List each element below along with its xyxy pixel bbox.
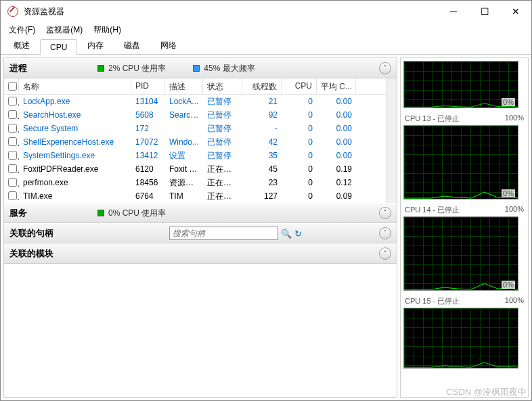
- search-icon[interactable]: 🔍: [281, 229, 292, 239]
- col-avg[interactable]: 平均 C...: [317, 78, 356, 94]
- section-title: 服务: [9, 207, 97, 219]
- services-header[interactable]: 服务 0% CPU 使用率 ˇ: [4, 203, 397, 223]
- cell-status: 已暂停: [203, 150, 242, 162]
- cell-threads: 92: [242, 110, 282, 120]
- minimize-button[interactable]: ─: [438, 1, 469, 22]
- empty-area: [4, 264, 397, 397]
- row-checkbox[interactable]: [8, 97, 17, 105]
- menu-help[interactable]: 帮助(H): [89, 23, 125, 37]
- right-panel: 0% CPU 13 - 已停止100% 0% CPU 14 - 已停止100% …: [400, 57, 529, 398]
- col-pid[interactable]: PID: [131, 78, 165, 94]
- cell-desc: TIM: [165, 191, 203, 201]
- close-button[interactable]: ✕: [500, 1, 531, 22]
- section-title: 进程: [9, 62, 97, 74]
- graph-label: CPU 14 - 已停止: [405, 205, 460, 215]
- cell-desc: 资源和...: [165, 177, 203, 189]
- row-checkbox[interactable]: [8, 178, 17, 187]
- handles-header[interactable]: 关联的句柄 🔍 ↻ ˇ: [4, 223, 397, 243]
- graph-pct: 0%: [502, 281, 515, 289]
- col-name[interactable]: 名称: [19, 78, 131, 94]
- col-threads[interactable]: 线程数: [242, 78, 282, 94]
- processes-header[interactable]: 进程 2% CPU 使用率 45% 最大频率 ˆ: [4, 58, 397, 78]
- graph-max: 100%: [505, 296, 524, 306]
- cell-name: TIM.exe: [19, 191, 131, 201]
- expand-icon[interactable]: ˇ: [379, 247, 391, 260]
- cell-threads: 45: [242, 164, 282, 174]
- row-checkbox[interactable]: [8, 191, 17, 200]
- table-row[interactable]: SystemSettings.exe 13412 设置 已暂停 35 0 0.0…: [4, 149, 386, 162]
- cell-name: SearchHost.exe: [19, 110, 131, 120]
- graph-canvas: 0%: [403, 125, 518, 199]
- row-checkbox[interactable]: [8, 137, 17, 146]
- cell-desc: 设置: [165, 150, 203, 162]
- cell-avg: 0.12: [317, 178, 356, 187]
- table-row[interactable]: SearchHost.exe 5608 Search... 已暂停 92 0 0…: [4, 108, 386, 122]
- cell-avg: 0.00: [317, 137, 356, 147]
- col-status[interactable]: 状态: [203, 78, 242, 94]
- cell-cpu: 0: [282, 151, 317, 160]
- select-all-checkbox[interactable]: [8, 82, 17, 91]
- cell-name: Secure System: [19, 124, 131, 133]
- cell-desc: Windo...: [165, 137, 203, 147]
- cpu-usage-icon: [97, 210, 104, 216]
- cell-threads: 23: [242, 178, 282, 187]
- col-cpu[interactable]: CPU: [282, 78, 317, 94]
- row-checkbox[interactable]: [8, 124, 17, 133]
- table-row[interactable]: ShellExperienceHost.exe 17072 Windo... 已…: [4, 135, 386, 149]
- tab-network[interactable]: 网络: [150, 37, 187, 54]
- table-row[interactable]: Secure System 172 已暂停 - 0 0.00: [4, 122, 386, 135]
- tab-memory[interactable]: 内存: [77, 37, 114, 54]
- cell-name: ShellExperienceHost.exe: [19, 137, 131, 147]
- tab-cpu[interactable]: CPU: [40, 39, 77, 55]
- max-freq-text: 45% 最大频率: [204, 63, 254, 74]
- cell-name: perfmon.exe: [19, 178, 131, 187]
- expand-icon[interactable]: ˇ: [379, 207, 391, 219]
- graph-canvas: 0%: [403, 61, 518, 108]
- cell-status: 正在运行: [203, 164, 242, 175]
- cell-status: 已暂停: [203, 110, 242, 121]
- row-checkbox[interactable]: [8, 164, 17, 173]
- row-checkbox[interactable]: [8, 110, 17, 119]
- search-handles-input[interactable]: [169, 227, 278, 240]
- cpu-graph: 0%: [403, 61, 525, 108]
- cell-threads: 35: [242, 151, 282, 160]
- col-desc[interactable]: 描述: [165, 78, 203, 94]
- cell-cpu: 0: [282, 124, 317, 133]
- cell-avg: 0.09: [317, 191, 356, 201]
- graph-canvas: 0%: [403, 216, 518, 291]
- maximize-button[interactable]: ☐: [469, 1, 500, 22]
- cell-name: LockApp.exe: [19, 97, 131, 106]
- table-row[interactable]: TIM.exe 6764 TIM 正在运行 127 0 0.09: [4, 189, 386, 203]
- cpu-graph: CPU 14 - 已停止100% 0%: [403, 204, 525, 291]
- cell-status: 正在运行: [203, 177, 242, 189]
- graph-max: 100%: [505, 205, 524, 215]
- tab-overview[interactable]: 概述: [3, 37, 40, 54]
- table-row[interactable]: LockApp.exe 13104 LockA... 已暂停 21 0 0.00: [4, 95, 386, 108]
- titlebar: 资源监视器 ─ ☐ ✕: [1, 1, 531, 22]
- graph-pct: 0%: [502, 98, 515, 106]
- cell-pid: 18456: [131, 178, 165, 187]
- cell-pid: 172: [131, 124, 165, 133]
- graph-canvas: [403, 308, 518, 369]
- menu-file[interactable]: 文件(F): [5, 23, 39, 37]
- watermark: CSDN @冷枫雨夜中: [446, 386, 527, 398]
- menubar: 文件(F) 监视器(M) 帮助(H): [1, 22, 531, 37]
- cell-desc: Foxit P...: [165, 164, 203, 174]
- cell-pid: 13412: [131, 151, 165, 160]
- refresh-icon[interactable]: ↻: [294, 229, 302, 239]
- cell-avg: 0.00: [317, 124, 356, 133]
- table-row[interactable]: perfmon.exe 18456 资源和... 正在运行 23 0 0.12: [4, 176, 386, 189]
- table-row[interactable]: FoxitPDFReader.exe 6120 Foxit P... 正在运行 …: [4, 162, 386, 176]
- cell-desc: LockA...: [165, 97, 203, 106]
- cell-status: 正在运行: [203, 191, 242, 202]
- modules-header[interactable]: 关联的模块 ˇ: [4, 243, 397, 264]
- cell-threads: 127: [242, 191, 282, 201]
- tabs: 概述 CPU 内存 磁盘 网络: [1, 37, 531, 55]
- collapse-icon[interactable]: ˆ: [379, 62, 391, 74]
- row-checkbox[interactable]: [8, 151, 17, 160]
- menu-monitor[interactable]: 监视器(M): [42, 23, 87, 37]
- cell-pid: 6764: [131, 191, 165, 201]
- expand-icon[interactable]: ˇ: [379, 227, 391, 239]
- tab-disk[interactable]: 磁盘: [114, 37, 150, 54]
- table-scrollbar[interactable]: [386, 78, 397, 203]
